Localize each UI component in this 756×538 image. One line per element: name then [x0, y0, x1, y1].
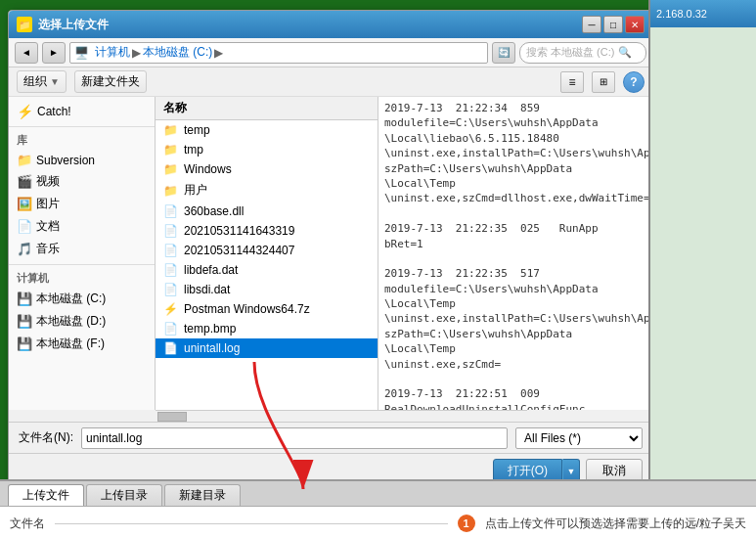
sidebar-item-drive-d[interactable]: 💾 本地磁盘 (D:) [9, 310, 155, 333]
file-name: Postman Windows64.7z [184, 302, 310, 316]
file-icon: 📄 [163, 263, 178, 277]
file-icon: 📄 [163, 204, 178, 218]
log-line: bRet=1 [384, 237, 646, 251]
help-button[interactable]: ? [623, 71, 645, 93]
log-line: \Local\Temp [384, 296, 646, 311]
docs-icon: 📄 [17, 219, 32, 234]
list-item-selected[interactable]: 📄 unintall.log [156, 338, 378, 358]
log-line: modulefile=C:\Users\wuhsh\AppData [384, 282, 646, 296]
log-line: 2019-7-13 21:22:34 859 [384, 101, 646, 115]
sidebar-item-drive-c[interactable]: 💾 本地磁盘 (C:) [9, 288, 155, 310]
list-item[interactable]: 📄 temp.bmp [156, 319, 378, 338]
log-panel: 2019-7-13 21:22:34 859 modulefile=C:\Use… [378, 97, 652, 410]
refresh-button[interactable]: 🔄 [492, 42, 515, 64]
file-name: Windows [184, 162, 232, 176]
list-item[interactable]: 📄 libsdi.dat [156, 280, 378, 299]
log-line: 2019-7-13 21:22:35 517 [384, 266, 646, 281]
ftp-address: 2.168.0.32 [656, 8, 707, 20]
sidebar-item-subversion[interactable]: 📁 Subversion [9, 150, 155, 170]
file-icon: 📄 [163, 283, 178, 296]
images-label: 图片 [36, 196, 60, 212]
filename-input[interactable] [81, 427, 508, 449]
search-placeholder: 搜索 本地磁盘 (C:) [526, 45, 614, 60]
sidebar-item-images[interactable]: 🖼️ 图片 [9, 193, 155, 215]
catch-label: Catch! [37, 105, 71, 118]
minimize-button[interactable]: ─ [582, 16, 601, 33]
tab-new-dir[interactable]: 新建目录 [164, 484, 241, 506]
file-name: 20210531141643319 [184, 224, 294, 238]
toolbar: 组织 ▼ 新建文件夹 ≡ ⊞ ? [9, 67, 652, 97]
sidebar-item-docs[interactable]: 📄 文档 [9, 215, 155, 238]
nav-separator-1 [9, 126, 155, 127]
view-button-2[interactable]: ⊞ [592, 71, 615, 93]
dialog-title: 选择上传文件 [38, 17, 109, 33]
file-list-header: 名称 [156, 97, 378, 120]
breadcrumb-drive[interactable]: 本地磁盘 (C:) [143, 44, 212, 61]
forward-button[interactable]: ► [42, 42, 66, 64]
folder-icon: 📁 [163, 143, 178, 157]
postman-icon: ⚡ [163, 302, 178, 316]
list-item[interactable]: 📄 libdefa.dat [156, 260, 378, 280]
bottom-hint: 点击上传文件可以预选选择需要上传的远/粒子吴天 [485, 516, 746, 532]
main-content: ⚡ Catch! 库 📁 Subversion 🎬 视频 🖼️ 图片 📄 文档 [9, 97, 652, 410]
catch-icon: ⚡ [17, 104, 33, 119]
title-bar: 📁 选择上传文件 ─ □ ✕ [9, 11, 652, 38]
horizontal-scrollbar[interactable] [156, 410, 527, 422]
search-bar[interactable]: 搜索 本地磁盘 (C:) 🔍 [519, 42, 646, 64]
view-button[interactable]: ≡ [560, 71, 584, 93]
file-name-label: 文件名 [10, 516, 45, 532]
drive-d-icon: 💾 [17, 314, 32, 329]
window-controls: ─ □ ✕ [582, 16, 645, 33]
close-button[interactable]: ✕ [625, 16, 645, 33]
log-line: \uninst.exe,installPath=C:\Users\wuhsh\A… [384, 311, 646, 326]
search-icon: 🔍 [618, 46, 632, 59]
new-folder-button[interactable]: 新建文件夹 [74, 70, 147, 93]
organize-label: 组织 [23, 73, 47, 90]
tab-upload-dir[interactable]: 上传目录 [86, 484, 162, 506]
drive-f-label: 本地磁盘 (F:) [36, 336, 105, 352]
maximize-button[interactable]: □ [603, 16, 623, 33]
list-item[interactable]: 📁 temp [156, 120, 378, 140]
file-icon: 📄 [163, 341, 178, 355]
file-list: 名称 📁 temp 📁 tmp 📁 Windows 📁 用户 📄 [156, 97, 378, 410]
video-icon: 🎬 [17, 174, 32, 189]
ftp-panel: 2.168.0.32 [648, 0, 756, 479]
tab-upload-file[interactable]: 上传文件 [8, 484, 84, 506]
bottom-content: 文件名 1 点击上传文件可以预选选择需要上传的远/粒子吴天 [0, 507, 756, 538]
list-item[interactable]: 📁 Windows [156, 159, 378, 179]
bottom-tabs: 上传文件 上传目录 新建目录 [0, 481, 756, 507]
list-item[interactable]: 📄 20210531141643319 [156, 221, 378, 241]
file-name: temp.bmp [184, 322, 236, 336]
back-button[interactable]: ◄ [15, 42, 38, 64]
breadcrumb-computer[interactable]: 计算机 [95, 44, 130, 61]
folder-icon: 📁 [163, 162, 178, 176]
log-line: \Local\Temp [384, 176, 646, 191]
organize-button[interactable]: 组织 ▼ [17, 70, 67, 93]
file-name: 20210531144324407 [184, 244, 294, 257]
breadcrumb: 🖥️ 计算机 ▶ 本地磁盘 (C:) ▶ [69, 42, 488, 64]
list-item[interactable]: 📄 20210531144324407 [156, 241, 378, 260]
log-line: \Local\liebao\6.5.115.18480 [384, 131, 646, 146]
subversion-icon: 📁 [17, 153, 32, 167]
file-name: 360base.dll [184, 204, 244, 218]
library-header: 库 [9, 131, 155, 150]
sidebar-item-music[interactable]: 🎵 音乐 [9, 238, 155, 260]
file-name: tmp [184, 143, 203, 157]
organize-arrow: ▼ [50, 76, 60, 87]
log-line: szPath=C:\Users\wuhsh\AppData [384, 161, 646, 176]
list-item[interactable]: 📄 360base.dll [156, 202, 378, 221]
computer-header: 计算机 [9, 269, 155, 288]
folder-icon: 📁 [163, 184, 178, 198]
list-item[interactable]: 📁 用户 [156, 179, 378, 202]
ftp-address-bar: 2.168.0.32 [650, 0, 756, 27]
sidebar-item-drive-f[interactable]: 💾 本地磁盘 (F:) [9, 333, 155, 355]
list-item[interactable]: ⚡ Postman Windows64.7z [156, 299, 378, 319]
sidebar-item-catch[interactable]: ⚡ Catch! [9, 101, 155, 122]
video-label: 视频 [36, 173, 60, 190]
sidebar-item-video[interactable]: 🎬 视频 [9, 170, 155, 193]
title-bar-left: 📁 选择上传文件 [17, 17, 109, 33]
log-line: \uninst.exe,szCmd= [384, 357, 646, 372]
log-line: RealDownloadUninstallConfigFunc [384, 402, 646, 410]
list-item[interactable]: 📁 tmp [156, 140, 378, 159]
filetype-select[interactable]: All Files (*) [515, 427, 643, 449]
